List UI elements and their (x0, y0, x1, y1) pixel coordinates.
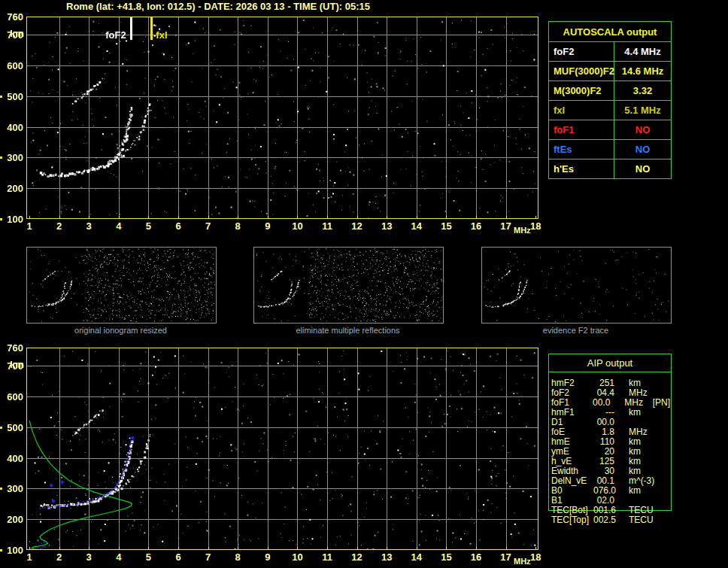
y-axis-unit-label: km (5, 359, 24, 370)
parameter-name: ftEs (549, 140, 614, 159)
y-axis-minor-dash (0, 156, 2, 159)
y-axis-minor-dash (0, 427, 2, 429)
x-axis-unit-label: MHz (514, 557, 538, 566)
x-tick-label: 11 (317, 221, 337, 232)
x-tick-label: 7 (199, 221, 218, 232)
parameter-value: 5.1 MHz (614, 101, 671, 120)
fxi-marker-label: fxI (156, 29, 184, 41)
thumbnail-eliminate-reflections (253, 247, 444, 323)
x-tick-label: 6 (168, 221, 188, 232)
x-tick-label: 16 (466, 552, 486, 563)
table-row: fxI5.1 MHz (549, 101, 671, 120)
y-axis-minor-dash (0, 96, 2, 98)
y-axis-minor-dash (0, 218, 2, 220)
parameter-name: TEC[Top] (548, 515, 593, 525)
table-row: M(3000)F23.32 (549, 81, 671, 101)
table-row: foF1NO (549, 120, 671, 140)
page-title: Rome (lat: +41.8, lon: 012.5) - DATE: 20… (66, 1, 370, 12)
aip-rows: hmF2251kmfoF204.4MHzfoF100.0MHz[PN]hmF1-… (548, 378, 670, 525)
y-tick-label: 600 (0, 392, 23, 402)
thumbnail-caption-3: evidence F2 trace (481, 326, 670, 335)
table-row: foF24.4 MHz (549, 42, 671, 62)
parameter-value: 4.4 MHz (614, 42, 671, 61)
x-tick-label: 12 (347, 221, 367, 232)
x-tick-label: 9 (258, 552, 278, 563)
parameter-name: foF1 (549, 120, 614, 139)
y-tick-label: 500 (0, 92, 23, 102)
x-tick-label: 2 (50, 221, 69, 232)
x-tick-label: 3 (79, 552, 99, 563)
x-tick-label: 14 (407, 552, 426, 563)
x-tick-label: 2 (50, 552, 69, 563)
parameter-value: NO (614, 120, 671, 139)
parameter-value: 3.32 (614, 81, 671, 100)
y-tick-label: 500 (0, 423, 23, 433)
thumbnail-original-ionogram (26, 247, 217, 323)
x-tick-label: 10 (287, 221, 307, 232)
x-tick-label: 5 (138, 552, 158, 563)
y-tick-label: 400 (0, 454, 23, 464)
y-tick-label: 760 (0, 343, 23, 354)
x-tick-label: 15 (436, 221, 456, 232)
x-tick-label: 4 (109, 552, 129, 563)
list-item: TEC[Top]002.5TECU (548, 515, 670, 525)
parameter-unit: TECU (629, 515, 659, 525)
x-tick-label: 7 (199, 552, 218, 563)
parameter-flag: [PN] (653, 398, 670, 408)
x-tick-label: 12 (347, 552, 367, 563)
y-axis-unit-label: km (5, 28, 24, 39)
table-row: MUF(3000)F214.6 MHz (549, 62, 671, 81)
y-tick-label: 300 (0, 153, 23, 163)
x-axis-unit-label: MHz (514, 226, 538, 235)
parameter-value: NO (614, 159, 671, 178)
parameter-unit: km (629, 486, 659, 496)
x-tick-label: 8 (228, 552, 247, 563)
aip-panel-header: AIP output (549, 354, 671, 372)
y-tick-label: 200 (0, 515, 23, 525)
x-tick-label: 6 (168, 552, 188, 563)
x-tick-label: 4 (109, 221, 129, 232)
autoscala-app-screen: { "title": "Rome (lat: +41.8, lon: 012.5… (0, 0, 728, 568)
parameter-unit: km (629, 408, 659, 418)
x-tick-label: 16 (466, 221, 486, 232)
parameter-name: M(3000)F2 (549, 81, 614, 100)
top-ionogram-canvas (26, 17, 538, 219)
parameter-name: MUF(3000)F2 (549, 62, 614, 80)
x-tick-label: 14 (407, 221, 426, 232)
x-tick-label: 5 (138, 221, 158, 232)
y-tick-label: 400 (0, 123, 23, 133)
parameter-value: 002.5 (593, 515, 614, 525)
x-tick-label: 17 (496, 552, 516, 563)
table-row: h'EsNO (549, 159, 671, 178)
y-tick-label: 600 (0, 61, 23, 71)
table-row: ftEsNO (549, 140, 671, 159)
y-axis-minor-dash (0, 549, 2, 551)
thumbnail-caption-1: original ionogram resized (26, 326, 215, 335)
x-tick-label: 10 (287, 552, 307, 563)
x-tick-label: 1 (20, 552, 39, 563)
x-tick-label: 11 (317, 552, 337, 563)
thumbnail-caption-2: eliminate multiple reflections (253, 326, 442, 335)
x-tick-label: 13 (377, 552, 396, 563)
y-axis-minor-dash (0, 488, 2, 490)
fof2-marker-label: foF2 (98, 29, 126, 41)
parameter-value: NO (614, 140, 671, 159)
x-tick-label: 3 (79, 221, 99, 232)
y-tick-label: 200 (0, 184, 23, 194)
parameter-name: fxI (549, 101, 614, 120)
parameter-name: foF2 (549, 42, 614, 61)
thumbnail-evidence-f2-trace (481, 247, 672, 323)
y-tick-label: 300 (0, 484, 23, 494)
x-tick-label: 8 (228, 221, 247, 232)
autoscala-table-rows: foF24.4 MHzMUF(3000)F214.6 MHzM(3000)F23… (549, 42, 671, 178)
x-tick-label: 15 (436, 552, 456, 563)
x-tick-label: 9 (258, 221, 278, 232)
x-tick-label: 1 (20, 221, 39, 232)
bottom-ionogram-canvas (26, 348, 538, 550)
parameter-name: h'Es (549, 159, 614, 178)
autoscala-table-header: AUTOSCALA output (549, 22, 671, 42)
parameter-value: 14.6 MHz (614, 62, 671, 80)
autoscala-table: AUTOSCALA output foF24.4 MHzMUF(3000)F21… (548, 21, 672, 179)
x-tick-label: 13 (377, 221, 396, 232)
y-tick-label: 760 (0, 12, 23, 23)
